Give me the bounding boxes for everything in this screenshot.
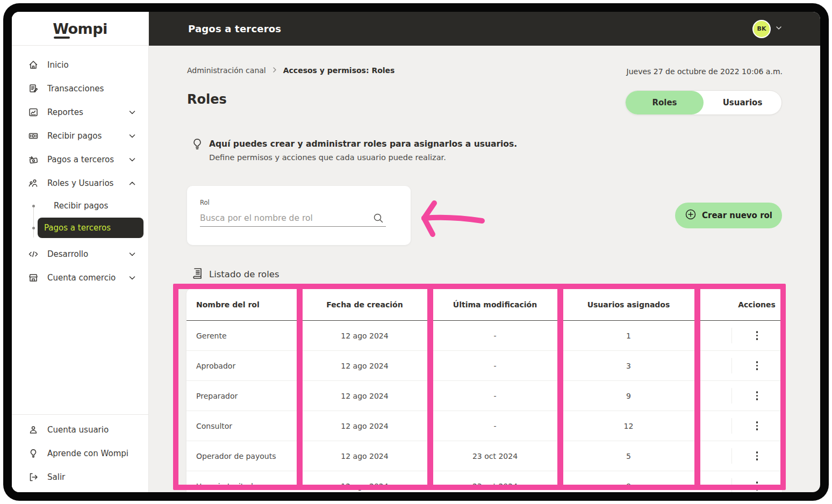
role-name: Preparador bbox=[187, 392, 299, 400]
avatar[interactable]: BK bbox=[752, 20, 771, 38]
row-actions-kebab-button[interactable] bbox=[753, 418, 762, 434]
sidebar-item-label: Desarrollo bbox=[47, 249, 88, 259]
row-actions-kebab-button[interactable] bbox=[753, 478, 762, 492]
roles-usuarios-toggle: Roles Usuarios bbox=[625, 90, 782, 115]
main-content: Administración canal Accesos y permisos:… bbox=[149, 46, 820, 492]
bullet-dot bbox=[32, 205, 35, 207]
role-name: Gerente bbox=[187, 332, 299, 340]
sidebar-item-roles-y-usuarios[interactable]: Roles y Usuarios bbox=[12, 171, 148, 195]
bullet-dot bbox=[32, 227, 35, 229]
sidebar-item-label: Reportes bbox=[47, 107, 83, 117]
page-title: Roles bbox=[187, 92, 227, 107]
roles-list-title: Listado de roles bbox=[209, 269, 279, 279]
chevron-down-icon bbox=[128, 108, 137, 117]
role-users-count: 5 bbox=[560, 452, 697, 460]
list-document-icon bbox=[192, 267, 204, 282]
sidebar-item-reportes[interactable]: Reportes bbox=[12, 100, 148, 124]
chevron-down-icon bbox=[775, 24, 783, 34]
column-header-acciones-wrap: Acciones bbox=[697, 300, 782, 309]
sidebar-item-label: Salir bbox=[47, 472, 65, 482]
column-header-ultima-modificacion: Última modificación bbox=[430, 300, 560, 309]
role-users-count: 8 bbox=[560, 482, 697, 491]
logo-area: Wompi bbox=[12, 12, 148, 46]
sidebar-subitem-pagos-a-terceros-active[interactable]: Pagos a terceros bbox=[38, 218, 144, 238]
breadcrumb: Administración canal Accesos y permisos:… bbox=[187, 66, 395, 75]
role-users-count: 1 bbox=[560, 332, 697, 340]
sidebar-item-transacciones[interactable]: Transacciones bbox=[12, 77, 148, 100]
sidebar-subitem-label: Pagos a terceros bbox=[44, 223, 111, 233]
chevron-down-icon bbox=[128, 132, 137, 140]
table-row: Gerente 12 ago 2024 - 1 bbox=[187, 321, 782, 351]
logout-icon bbox=[28, 472, 39, 483]
role-search-input[interactable] bbox=[200, 210, 386, 227]
store-icon bbox=[28, 272, 39, 283]
role-search-card: Rol bbox=[187, 186, 411, 245]
role-created: 12 ago 2024 bbox=[299, 362, 430, 370]
sidebar-item-label: Pagos a terceros bbox=[47, 155, 114, 164]
create-role-button[interactable]: Crear nuevo rol bbox=[675, 203, 782, 228]
table-row: Preparador 12 ago 2024 - 9 bbox=[187, 381, 782, 411]
search-icon[interactable] bbox=[372, 212, 385, 227]
sidebar-item-recibir-pagos[interactable]: Recibir pagos bbox=[12, 124, 148, 148]
sidebar-item-inicio[interactable]: Inicio bbox=[12, 53, 148, 77]
role-created: 12 ago 2024 bbox=[299, 482, 430, 491]
role-modified: - bbox=[430, 392, 560, 400]
row-actions-kebab-button[interactable] bbox=[753, 388, 762, 404]
logo-underline bbox=[54, 37, 70, 39]
chevron-down-icon bbox=[128, 155, 137, 164]
current-date: Jueves 27 de octubre de 2022 10:06 a.m. bbox=[627, 67, 783, 76]
third-party-payments-icon bbox=[28, 154, 39, 165]
column-header-usuarios-asignados: Usuarios asignados bbox=[560, 300, 697, 309]
sidebar-item-pagos-a-terceros[interactable]: Pagos a terceros bbox=[12, 148, 148, 171]
sidebar-item-label: Inicio bbox=[47, 60, 69, 70]
sidebar-item-cuenta-comercio[interactable]: Cuenta comercio bbox=[12, 266, 148, 290]
role-created: 12 ago 2024 bbox=[299, 332, 430, 340]
user-icon bbox=[28, 424, 39, 435]
role-modified: - bbox=[430, 332, 560, 340]
sidebar-item-label: Aprende con Wompi bbox=[47, 449, 128, 458]
table-row: Operador de payouts 12 ago 2024 23 oct 2… bbox=[187, 441, 782, 471]
column-header-acciones: Acciones bbox=[731, 300, 782, 309]
sidebar-item-desarrollo[interactable]: Desarrollo bbox=[12, 242, 148, 266]
role-created: 12 ago 2024 bbox=[299, 392, 430, 400]
role-name: Consultor bbox=[187, 422, 299, 430]
search-label: Rol bbox=[200, 199, 210, 206]
role-created: 12 ago 2024 bbox=[299, 452, 430, 460]
role-modified: - bbox=[430, 362, 560, 370]
row-actions-kebab-button[interactable] bbox=[753, 328, 762, 343]
screenshot-stage: Wompi Inicio Transacciones bbox=[0, 0, 832, 504]
table-header-row: Nombre del rol Fecha de creación Última … bbox=[187, 289, 782, 321]
sidebar-item-label: Recibir pagos bbox=[47, 131, 102, 141]
sidebar-item-label: Transacciones bbox=[47, 84, 104, 93]
receive-payments-icon bbox=[28, 131, 39, 141]
role-users-count: 3 bbox=[560, 362, 697, 370]
tab-usuarios[interactable]: Usuarios bbox=[704, 91, 781, 114]
role-users-count: 12 bbox=[560, 422, 697, 430]
sidebar-footer: Cuenta usuario Aprende con Wompi Salir bbox=[12, 414, 148, 489]
role-name: Aprobador bbox=[187, 362, 299, 370]
role-name: Usuario Invitado bbox=[187, 482, 299, 491]
sidebar-item-salir[interactable]: Salir bbox=[12, 465, 148, 489]
sidebar-item-cuenta-usuario[interactable]: Cuenta usuario bbox=[12, 418, 148, 442]
column-header-nombre: Nombre del rol bbox=[187, 300, 299, 309]
reports-icon bbox=[28, 107, 39, 118]
tab-roles[interactable]: Roles bbox=[626, 91, 704, 114]
sidebar-subitem-label: Recibir pagos bbox=[54, 201, 108, 211]
info-subtitle: Define permisos y acciones que cada usua… bbox=[209, 153, 446, 162]
lightbulb-icon bbox=[191, 138, 204, 154]
sidebar-item-label: Cuenta usuario bbox=[47, 425, 109, 435]
sidebar-subitem-recibir-pagos[interactable]: Recibir pagos bbox=[12, 195, 148, 217]
row-actions-kebab-button[interactable] bbox=[753, 448, 762, 464]
role-users-count: 9 bbox=[560, 392, 697, 400]
account-menu[interactable]: BK bbox=[752, 20, 783, 38]
row-actions-kebab-button[interactable] bbox=[753, 358, 762, 373]
column-header-fecha-creacion: Fecha de creación bbox=[299, 300, 430, 309]
roles-table: Nombre del rol Fecha de creación Última … bbox=[187, 289, 782, 492]
code-icon bbox=[28, 249, 39, 260]
sidebar-item-aprende-con-wompi[interactable]: Aprende con Wompi bbox=[12, 442, 148, 465]
topbar-title: Pagos a terceros bbox=[188, 23, 281, 34]
plus-circle-icon bbox=[685, 208, 697, 222]
role-modified: 23 oct 2024 bbox=[430, 452, 560, 460]
breadcrumb-level-1[interactable]: Administración canal bbox=[187, 66, 266, 75]
chevron-down-icon bbox=[128, 273, 137, 282]
